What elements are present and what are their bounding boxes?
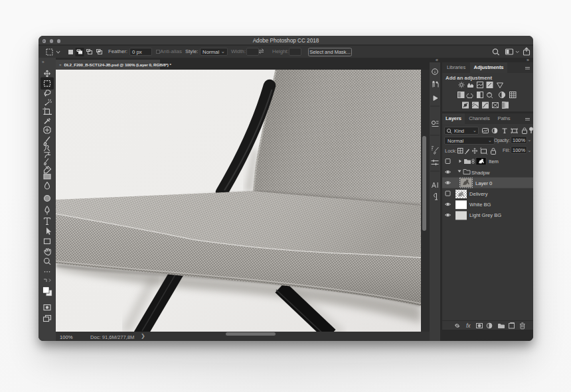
- svg-text:Shadpw: Shadpw: [471, 170, 490, 176]
- svg-text:fx: fx: [466, 322, 471, 329]
- svg-text:»: »: [42, 60, 44, 64]
- svg-text:Layer 0: Layer 0: [475, 180, 492, 186]
- svg-text:Delivery: Delivery: [469, 191, 488, 197]
- svg-text:Light Grey BG: Light Grey BG: [469, 213, 501, 219]
- svg-text:Item: Item: [489, 159, 499, 164]
- svg-text:White BG: White BG: [469, 202, 491, 208]
